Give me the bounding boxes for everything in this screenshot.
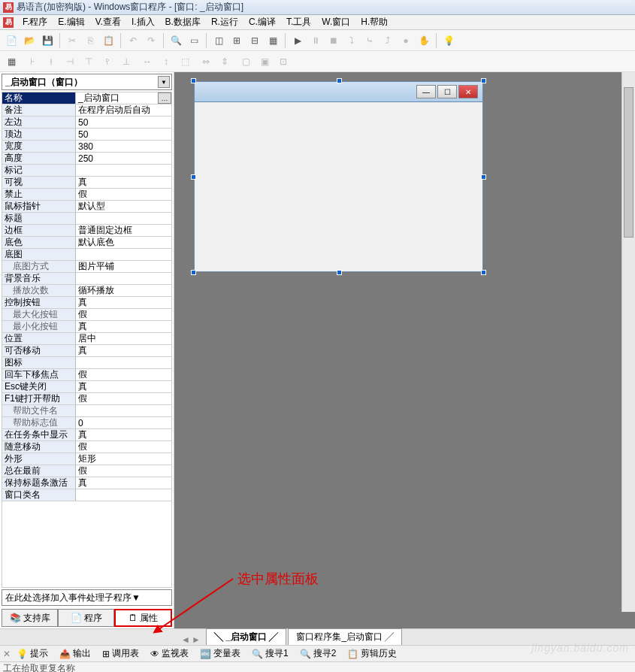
property-row[interactable]: 备注在程序启动后自动	[2, 104, 171, 117]
ellipsis-button[interactable]: …	[158, 92, 171, 104]
cut-button[interactable]: ✂	[64, 32, 80, 49]
property-row[interactable]: 可视真	[2, 177, 171, 189]
resize-handle[interactable]	[337, 270, 342, 275]
layout4-button[interactable]: ▦	[265, 32, 281, 49]
property-row[interactable]: F1键打开帮助假	[2, 393, 171, 405]
layout2-button[interactable]: ⊞	[228, 32, 245, 49]
save-button[interactable]: 💾	[39, 32, 56, 49]
layout3-button[interactable]: ⊟	[246, 32, 263, 49]
tab-support-library[interactable]: 📚支持库	[2, 609, 58, 627]
form-button[interactable]: ▭	[186, 32, 202, 49]
property-value[interactable]: 假	[76, 465, 171, 477]
property-value[interactable]: 在程序启动后自动	[76, 104, 171, 116]
paste-button[interactable]: 📋	[100, 32, 116, 49]
property-value[interactable]: 图片平铺	[76, 261, 171, 272]
property-row[interactable]: 回车下移焦点假	[2, 369, 171, 381]
property-value[interactable]: 假	[76, 309, 171, 320]
property-value[interactable]	[76, 405, 171, 416]
property-row[interactable]: 图标	[2, 357, 171, 369]
property-row[interactable]: 底图方式图片平铺	[2, 261, 171, 273]
property-value[interactable]: 真	[76, 345, 171, 356]
breakpoint-button[interactable]: ●	[398, 32, 414, 49]
property-row[interactable]: 底色默认底色	[2, 237, 171, 249]
same-size-button[interactable]: ⬚	[177, 53, 193, 70]
hspace-button[interactable]: ⇔	[198, 53, 214, 70]
tip-button[interactable]: 💡	[440, 32, 457, 49]
layout1-button[interactable]: ◫	[210, 32, 227, 49]
bottom-tab-vars[interactable]: 🔤变量表	[195, 646, 246, 661]
property-value[interactable]	[76, 249, 171, 260]
property-value[interactable]: 50	[76, 117, 171, 128]
same-width-button[interactable]: ↔	[139, 53, 156, 70]
property-value[interactable]: _启动窗口…	[76, 92, 171, 104]
property-row[interactable]: 随意移动假	[2, 441, 171, 453]
bottom-tab-watch[interactable]: 👁监视表	[145, 646, 194, 661]
open-button[interactable]: 📂	[21, 32, 38, 49]
resize-handle[interactable]	[481, 78, 486, 83]
property-row[interactable]: 背景音乐	[2, 273, 171, 285]
property-value[interactable]: 真	[76, 429, 171, 440]
property-value[interactable]: 假	[76, 189, 171, 200]
property-value[interactable]: 默认底色	[76, 237, 171, 248]
property-value[interactable]	[76, 489, 171, 501]
bottom-tab-search2[interactable]: 🔍搜寻2	[295, 646, 342, 661]
align-left-button[interactable]: ⊦	[24, 53, 41, 70]
bottom-tab-search1[interactable]: 🔍搜寻1	[246, 646, 294, 661]
property-row[interactable]: 边框普通固定边框	[2, 225, 171, 237]
align-right-button[interactable]: ⊣	[62, 53, 78, 70]
tab-scroll-right[interactable]: ►	[191, 634, 201, 645]
align-center-button[interactable]: ⫲	[43, 53, 59, 70]
property-row[interactable]: 可否移动真	[2, 345, 171, 357]
property-value[interactable]: 矩形	[76, 453, 171, 465]
hand-button[interactable]: ✋	[416, 32, 432, 49]
menu-view[interactable]: V.查看	[91, 15, 125, 29]
property-value[interactable]: 普通固定边框	[76, 225, 171, 236]
property-value[interactable]: 假	[76, 369, 171, 380]
bottom-tab-calltable[interactable]: ⊞调用表	[97, 646, 144, 661]
property-row[interactable]: 禁止假	[2, 189, 171, 201]
step-into-button[interactable]: ⤷	[361, 32, 378, 49]
resize-handle[interactable]	[191, 78, 196, 83]
maximize-button[interactable]: ☐	[437, 85, 457, 98]
property-value[interactable]: 循环播放	[76, 285, 171, 296]
resize-handle[interactable]	[337, 78, 342, 83]
menu-run[interactable]: R.运行	[207, 15, 243, 29]
property-value[interactable]: 380	[76, 141, 171, 152]
new-button[interactable]: 📄	[3, 32, 20, 49]
property-row[interactable]: 鼠标指针默认型	[2, 201, 171, 213]
property-value[interactable]: 真	[76, 321, 171, 332]
design-form[interactable]: — ☐ ✕	[194, 81, 483, 272]
menu-edit[interactable]: E.编辑	[53, 15, 89, 29]
file-tab-window-assembly[interactable]: 窗口程序集_启动窗口 ╱	[288, 628, 402, 645]
resize-handle[interactable]	[481, 270, 486, 275]
step-over-button[interactable]: ⤵	[343, 32, 360, 49]
menu-help[interactable]: H.帮助	[356, 15, 392, 29]
menu-program[interactable]: F.程序	[18, 15, 52, 29]
close-button[interactable]: ✕	[458, 85, 478, 98]
design-form-body[interactable]	[194, 102, 483, 272]
vspace-button[interactable]: ⇕	[216, 53, 233, 70]
property-row[interactable]: 窗口类名	[2, 489, 171, 501]
property-row[interactable]: 保持标题条激活真	[2, 477, 171, 489]
form-designer-canvas[interactable]: — ☐ ✕	[174, 72, 635, 628]
resize-handle[interactable]	[191, 174, 196, 180]
property-value[interactable]: 真	[76, 297, 171, 308]
bottom-tab-clipboard[interactable]: 📋剪辑历史	[342, 646, 402, 661]
property-row[interactable]: 最大化按钮假	[2, 309, 171, 321]
property-row[interactable]: 总在最前假	[2, 465, 171, 477]
minimize-button[interactable]: —	[416, 85, 436, 98]
property-row[interactable]: Esc键关闭真	[2, 381, 171, 393]
property-value[interactable]: 假	[76, 441, 171, 453]
align-top-button[interactable]: ⊤	[80, 53, 97, 70]
menu-tools[interactable]: T.工具	[282, 15, 316, 29]
scrollbar-thumb[interactable]	[624, 87, 633, 238]
property-row[interactable]: 播放次数循环播放	[2, 285, 171, 297]
property-grid[interactable]: 名称_启动窗口…备注在程序启动后自动左边50顶边50宽度380高度250标记可视…	[2, 92, 172, 588]
property-value[interactable]: 居中	[76, 333, 171, 344]
property-value[interactable]	[76, 213, 171, 224]
property-row[interactable]: 顶边50	[2, 129, 171, 141]
property-row[interactable]: 底图	[2, 249, 171, 261]
property-row[interactable]: 高度250	[2, 153, 171, 165]
tab-program[interactable]: 📄程序	[58, 609, 114, 627]
run-button[interactable]: ▶	[289, 32, 306, 49]
